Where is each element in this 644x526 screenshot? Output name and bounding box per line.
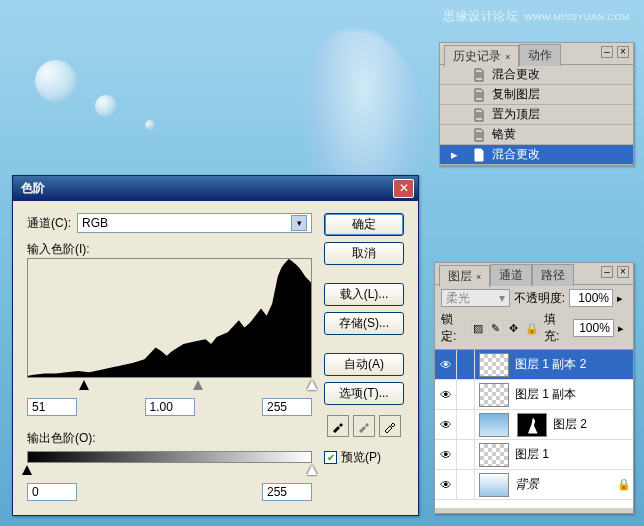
lock-paint-icon[interactable]: ✎: [488, 320, 504, 336]
layer-name[interactable]: 图层 1: [513, 446, 633, 463]
history-panel: 历史记录× 动作 – × 混合更改 复制图层 置为顶层 铬黄▸ 混合更改: [439, 42, 634, 166]
channel-label: 通道(C):: [27, 215, 71, 232]
cancel-button[interactable]: 取消: [324, 242, 404, 265]
lock-label: 锁定:: [441, 311, 466, 345]
layer-item[interactable]: 👁 背景 🔒: [435, 470, 633, 500]
layers-panel: 图层× 通道 路径 – × 柔光▾ 不透明度: 100% ▸ 锁定: ▨ ✎ ✥…: [434, 262, 634, 514]
out-white-input[interactable]: [262, 483, 312, 501]
history-step-icon: [468, 68, 490, 82]
layer-name[interactable]: 图层 2: [551, 416, 633, 433]
link-column[interactable]: [457, 440, 475, 469]
opacity-slider-icon[interactable]: ▸: [617, 292, 627, 305]
minimize-icon[interactable]: –: [601, 266, 613, 278]
chevron-down-icon: ▾: [291, 215, 307, 231]
layer-name[interactable]: 图层 1 副本 2: [513, 356, 633, 373]
tab-paths[interactable]: 路径: [532, 264, 574, 286]
close-panel-icon[interactable]: ×: [617, 266, 629, 278]
gamma-input[interactable]: [145, 398, 195, 416]
opacity-label: 不透明度:: [514, 290, 565, 307]
levels-dialog: 色阶 ✕ 通道(C): RGB ▾ 输入色阶(I):: [12, 175, 419, 516]
white-input[interactable]: [262, 398, 312, 416]
history-step-icon: [468, 88, 490, 102]
tab-layers[interactable]: 图层×: [439, 265, 490, 287]
layer-thumb[interactable]: [479, 383, 509, 407]
black-input[interactable]: [27, 398, 77, 416]
out-white-handle[interactable]: [307, 465, 317, 475]
output-slider[interactable]: [27, 465, 312, 479]
layers-list: 👁 图层 1 副本 2 👁 图层 1 副本 👁 图层 2 👁 图层 1 👁 背景…: [435, 350, 633, 508]
layer-item[interactable]: 👁 图层 1: [435, 440, 633, 470]
history-item[interactable]: ▸ 混合更改: [440, 145, 633, 165]
preview-checkbox[interactable]: ✔: [324, 451, 337, 464]
white-point-handle[interactable]: [307, 380, 317, 390]
visibility-toggle-icon[interactable]: 👁: [435, 380, 457, 409]
visibility-toggle-icon[interactable]: 👁: [435, 350, 457, 379]
tab-actions[interactable]: 动作: [519, 44, 561, 66]
current-state-icon: ▸: [451, 147, 458, 162]
minimize-icon[interactable]: –: [601, 46, 613, 58]
history-item[interactable]: 混合更改: [440, 65, 633, 85]
tab-channels[interactable]: 通道: [490, 264, 532, 286]
link-column[interactable]: [457, 410, 475, 439]
layer-thumb[interactable]: [479, 443, 509, 467]
output-levels-label: 输出色阶(O):: [27, 431, 96, 445]
fill-slider-icon[interactable]: ▸: [618, 322, 627, 335]
tab-history[interactable]: 历史记录×: [444, 45, 519, 67]
layer-item[interactable]: 👁 图层 1 副本 2: [435, 350, 633, 380]
channel-select[interactable]: RGB ▾: [77, 213, 312, 233]
history-item-label: 铬黄: [490, 126, 633, 143]
bubble-decor: [145, 120, 155, 130]
layer-item[interactable]: 👁 图层 1 副本: [435, 380, 633, 410]
fill-label: 填充:: [544, 311, 569, 345]
opacity-input[interactable]: 100%: [569, 289, 613, 307]
out-black-handle[interactable]: [22, 465, 32, 475]
link-column[interactable]: [457, 470, 475, 499]
fill-input[interactable]: 100%: [573, 319, 614, 337]
out-black-input[interactable]: [27, 483, 77, 501]
layer-name[interactable]: 背景: [513, 476, 617, 493]
save-button[interactable]: 存储(S)...: [324, 312, 404, 335]
lock-position-icon[interactable]: ✥: [506, 320, 522, 336]
close-icon[interactable]: ✕: [393, 179, 414, 198]
visibility-toggle-icon[interactable]: 👁: [435, 470, 457, 499]
history-item-label: 混合更改: [490, 66, 633, 83]
layer-thumb[interactable]: [479, 413, 509, 437]
blend-mode-select[interactable]: 柔光▾: [441, 289, 510, 307]
visibility-toggle-icon[interactable]: 👁: [435, 440, 457, 469]
layer-mask-thumb[interactable]: [517, 413, 547, 437]
link-column[interactable]: [457, 380, 475, 409]
midtone-handle[interactable]: [193, 380, 203, 390]
close-panel-icon[interactable]: ×: [617, 46, 629, 58]
eyedropper-gray-icon[interactable]: [353, 415, 375, 437]
layer-item[interactable]: 👁 图层 2: [435, 410, 633, 440]
history-item[interactable]: 铬黄: [440, 125, 633, 145]
lock-all-icon[interactable]: 🔒: [524, 320, 540, 336]
options-button[interactable]: 选项(T)...: [324, 382, 404, 405]
histogram: [27, 258, 312, 378]
history-item-label: 复制图层: [490, 86, 633, 103]
layer-thumb[interactable]: [479, 473, 509, 497]
dialog-titlebar[interactable]: 色阶 ✕: [13, 176, 418, 201]
layer-thumb[interactable]: [479, 353, 509, 377]
output-gradient: [27, 451, 312, 463]
history-step-icon: [468, 128, 490, 142]
dialog-title: 色阶: [21, 180, 393, 197]
eyedropper-black-icon[interactable]: [327, 415, 349, 437]
ok-button[interactable]: 确定: [324, 213, 404, 236]
visibility-toggle-icon[interactable]: 👁: [435, 410, 457, 439]
eyedropper-white-icon[interactable]: [379, 415, 401, 437]
history-item[interactable]: 置为顶层: [440, 105, 633, 125]
history-step-icon: [468, 108, 490, 122]
input-slider[interactable]: [27, 380, 312, 394]
history-item-label: 置为顶层: [490, 106, 633, 123]
auto-button[interactable]: 自动(A): [324, 353, 404, 376]
history-item[interactable]: 复制图层: [440, 85, 633, 105]
layer-name[interactable]: 图层 1 副本: [513, 386, 633, 403]
preview-label: 预览(P): [341, 449, 381, 466]
black-point-handle[interactable]: [79, 380, 89, 390]
link-column[interactable]: [457, 350, 475, 379]
lock-transparency-icon[interactable]: ▨: [470, 320, 486, 336]
bubble-decor: [95, 95, 117, 117]
load-button[interactable]: 载入(L)...: [324, 283, 404, 306]
bubble-decor: [35, 60, 77, 102]
